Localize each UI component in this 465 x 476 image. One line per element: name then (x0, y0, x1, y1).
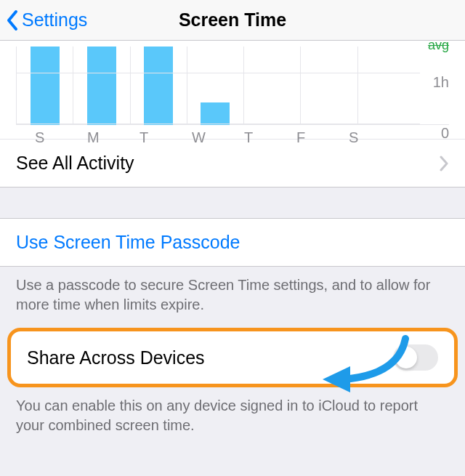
gridline (16, 124, 420, 124)
navbar: Settings Screen Time (0, 0, 465, 41)
x-tick-label: M (84, 129, 137, 146)
share-footer: You can enable this on any device signed… (0, 387, 465, 448)
chart-plot (16, 47, 449, 125)
bar-slot (243, 47, 300, 125)
x-tick-label: T (137, 129, 189, 146)
usage-chart-card: avg SMTWTFS 01h See All Activity (0, 41, 465, 187)
chart-bar (144, 47, 173, 125)
toggle-knob (395, 347, 417, 368)
bar-slot (73, 47, 129, 125)
y-tick-label: 0 (441, 125, 449, 142)
gridline (16, 73, 420, 73)
bar-slot (300, 47, 357, 125)
back-label: Settings (22, 9, 87, 31)
use-passcode-row[interactable]: Use Screen Time Passcode (0, 218, 465, 267)
share-across-devices-row[interactable]: Share Across Devices (7, 328, 458, 387)
x-tick-label: S (32, 129, 84, 146)
usage-chart: avg SMTWTFS 01h (0, 41, 465, 139)
bar-slot (16, 47, 73, 125)
page-title: Screen Time (179, 9, 286, 31)
share-label: Share Across Devices (27, 347, 205, 368)
back-button[interactable]: Settings (6, 9, 87, 31)
bar-slot (130, 47, 187, 125)
use-passcode-footer: Use a passcode to secure Screen Time set… (0, 267, 465, 328)
x-tick-label: S (346, 129, 398, 146)
chart-bar (87, 47, 116, 125)
use-passcode-label: Use Screen Time Passcode (16, 232, 240, 252)
content: avg SMTWTFS 01h See All Activity Use Scr… (0, 41, 465, 448)
bar-slot (187, 47, 243, 125)
y-tick-label: 1h (433, 74, 449, 91)
chart-bar (31, 47, 60, 125)
chevron-left-icon (6, 9, 19, 31)
chart-bar (201, 102, 230, 125)
chevron-right-icon (439, 156, 449, 172)
x-axis: SMTWTFS (16, 125, 449, 156)
x-tick-label: T (241, 129, 294, 146)
x-tick-label: W (189, 129, 241, 146)
x-tick-label: F (294, 129, 346, 146)
share-toggle[interactable] (393, 344, 438, 371)
bar-slot (357, 47, 414, 125)
